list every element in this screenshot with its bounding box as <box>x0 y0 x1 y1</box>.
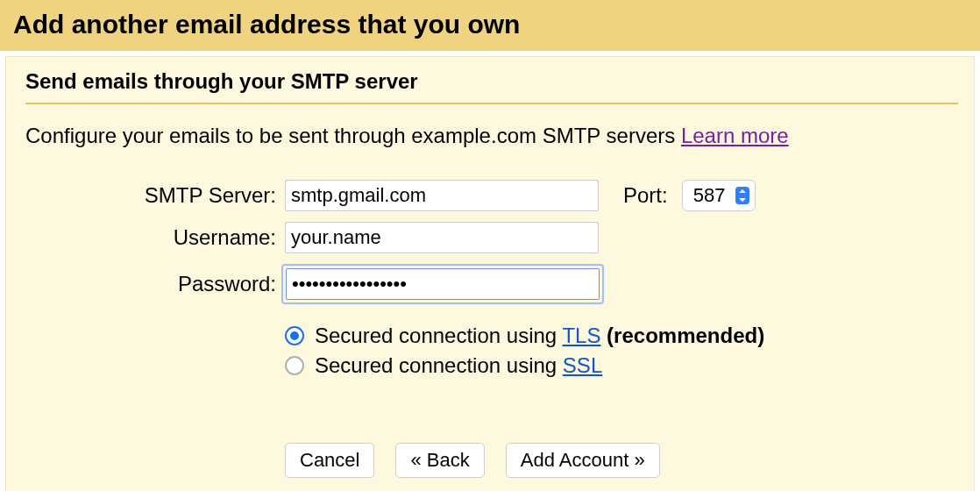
port-value: 587 <box>693 184 726 207</box>
form-grid: SMTP Server: Port: 587 Username: Passwor… <box>25 180 958 478</box>
cancel-button[interactable]: Cancel <box>285 443 374 478</box>
radio-tls-label: Secured connection using TLS (recommende… <box>315 324 764 348</box>
smtp-label: SMTP Server: <box>25 183 280 208</box>
radio-tls-row[interactable]: Secured connection using TLS (recommende… <box>285 324 958 348</box>
username-cell <box>285 222 600 253</box>
back-button[interactable]: « Back <box>395 443 484 478</box>
smtp-cell <box>285 180 600 211</box>
learn-more-link[interactable]: Learn more <box>681 124 789 147</box>
dialog-header: Add another email address that you own <box>0 0 980 51</box>
panel: Send emails through your SMTP server Con… <box>6 57 974 491</box>
smtp-server-input[interactable] <box>285 180 599 211</box>
username-label: Username: <box>25 225 280 250</box>
stepper-icon <box>735 187 749 204</box>
section-title: Send emails through your SMTP server <box>25 69 958 94</box>
password-cell <box>285 264 600 304</box>
radio-ssl-label: Secured connection using SSL <box>315 353 602 378</box>
ssl-link[interactable]: SSL <box>563 353 602 377</box>
password-label: Password: <box>25 272 280 296</box>
tls-link[interactable]: TLS <box>562 324 600 347</box>
password-input[interactable] <box>286 268 600 300</box>
panel-frame: Send emails through your SMTP server Con… <box>5 56 975 491</box>
port-label: Port: <box>623 183 668 208</box>
divider <box>25 103 958 104</box>
radio-tls[interactable] <box>285 326 304 345</box>
port-cell: Port: 587 <box>606 180 958 211</box>
radio-ssl-row[interactable]: Secured connection using SSL <box>285 353 958 378</box>
dialog-title: Add another email address that you own <box>13 10 967 39</box>
port-select[interactable]: 587 <box>682 180 756 211</box>
security-radios: Secured connection using TLS (recommende… <box>285 315 958 383</box>
description-text: Configure your emails to be sent through… <box>25 124 681 147</box>
description: Configure your emails to be sent through… <box>25 124 958 148</box>
password-focus-ring <box>281 264 604 304</box>
username-input[interactable] <box>285 222 599 253</box>
radio-ssl[interactable] <box>285 356 304 375</box>
button-row: Cancel « Back Add Account » <box>285 394 958 478</box>
add-account-button[interactable]: Add Account » <box>506 443 660 478</box>
